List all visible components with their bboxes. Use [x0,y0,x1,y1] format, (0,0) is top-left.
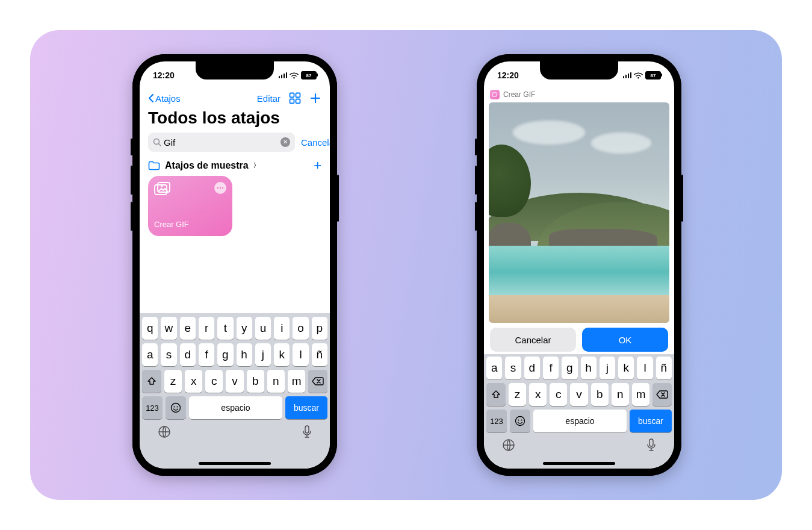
svg-point-9 [174,407,175,408]
key-h[interactable]: h [581,357,597,379]
key-j[interactable]: j [600,357,615,379]
emoji-icon [170,402,181,413]
key-space[interactable]: espacio [533,410,627,432]
tile-more-button[interactable]: ⋯ [214,182,226,194]
key-d[interactable]: d [524,357,540,379]
mic-icon[interactable] [302,425,312,438]
key-j[interactable]: j [255,343,271,366]
key-emoji[interactable] [166,396,186,419]
home-indicator[interactable] [543,462,615,465]
back-label: Atajos [155,93,181,104]
key-s[interactable]: s [505,357,521,379]
key-t[interactable]: t [217,317,233,340]
key-v[interactable]: v [226,370,243,393]
phone1-screen: 12:20 87 Atajos Editar Todos los [140,61,330,469]
key-n[interactable]: n [267,370,285,393]
key-z[interactable]: z [509,383,526,406]
add-icon[interactable] [309,92,321,104]
cellular-icon [279,72,288,78]
key-emoji[interactable] [510,410,530,432]
key-search[interactable]: buscar [285,396,327,419]
confirm-buttons: Cancelar OK [490,328,668,352]
key-k[interactable]: k [274,343,290,366]
tile-label: Crear GIF [154,220,189,229]
back-button[interactable]: Atajos [148,93,181,104]
key-y[interactable]: y [237,317,252,340]
key-w[interactable]: w [161,317,176,340]
key-p[interactable]: p [312,317,327,340]
clear-search-button[interactable]: ✕ [280,137,290,147]
search-row: ✕ Cancelar [148,132,321,152]
key-shift[interactable] [486,383,506,406]
key-x[interactable]: x [529,383,547,406]
svg-rect-18 [649,439,653,446]
key-n[interactable]: n [612,383,629,406]
svg-rect-2 [290,99,294,104]
home-indicator[interactable] [199,462,271,465]
key-c[interactable]: c [550,383,567,406]
key-f[interactable]: f [199,343,214,366]
delete-icon [656,390,668,399]
search-icon [153,138,161,146]
kb-footer [140,419,330,438]
mic-icon[interactable] [646,438,656,452]
key-h[interactable]: h [237,343,252,366]
key-m[interactable]: m [288,370,305,393]
keyboard: q w e r t y u i o p a s d f g h [140,313,330,469]
nav-bar: Atajos Editar [140,88,330,108]
key-e[interactable]: e [180,317,196,340]
globe-icon[interactable] [502,438,515,452]
key-k[interactable]: k [618,357,634,379]
key-b[interactable]: b [591,383,609,406]
section-header[interactable]: Atajos de muestra 〉 + [148,158,321,173]
key-123[interactable]: 123 [142,396,163,419]
ok-button[interactable]: OK [582,328,668,352]
key-c[interactable]: c [205,370,223,393]
cancel-search-button[interactable]: Cancelar [301,137,330,148]
kb-row-1: q w e r t y u i o p [140,313,330,340]
search-input[interactable] [161,137,280,148]
section-add-button[interactable]: + [314,158,321,173]
key-shift[interactable] [142,370,161,393]
sheet-header: Crear GIF [490,88,668,101]
key-i[interactable]: i [274,317,290,340]
key-q[interactable]: q [142,317,158,340]
svg-rect-13 [492,93,497,96]
key-enye[interactable]: ñ [312,343,327,366]
edit-button[interactable]: Editar [257,93,280,104]
key-delete[interactable] [652,383,672,406]
grid-view-icon[interactable] [289,92,301,104]
notch [196,61,274,80]
globe-icon[interactable] [158,425,171,438]
key-123[interactable]: 123 [486,410,507,432]
key-f[interactable]: f [543,357,559,379]
kb-row-2: a s d f g h j k l ñ [140,340,330,366]
key-m[interactable]: m [632,383,649,406]
shortcut-tile-crear-gif[interactable]: ⋯ Crear GIF [148,176,232,236]
phone-mockup-2: 12:20 87 Crear GIF [477,54,681,476]
key-o[interactable]: o [293,317,308,340]
key-delete[interactable] [308,370,327,393]
key-a[interactable]: a [486,357,502,379]
svg-rect-12 [305,426,309,433]
kb-row-3: z x c v b n m [140,366,330,393]
key-search[interactable]: buscar [630,410,672,432]
key-x[interactable]: x [185,370,202,393]
key-enye[interactable]: ñ [656,357,672,379]
key-v[interactable]: v [570,383,587,406]
key-u[interactable]: u [255,317,271,340]
key-s[interactable]: s [161,343,176,366]
key-l[interactable]: l [637,357,652,379]
cancel-button[interactable]: Cancelar [490,328,576,352]
key-r[interactable]: r [199,317,214,340]
key-d[interactable]: d [180,343,196,366]
key-g[interactable]: g [562,357,577,379]
key-a[interactable]: a [142,343,158,366]
search-field[interactable]: ✕ [148,132,295,152]
key-b[interactable]: b [247,370,264,393]
key-l[interactable]: l [293,343,308,366]
key-g[interactable]: g [217,343,233,366]
status-time: 12:20 [497,70,519,80]
key-space[interactable]: espacio [189,396,282,419]
key-z[interactable]: z [164,370,182,393]
